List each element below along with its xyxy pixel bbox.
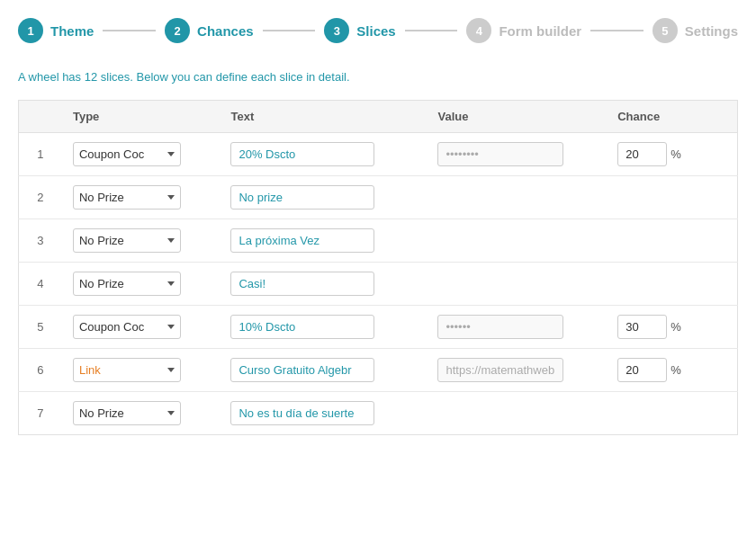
connector-2-3 xyxy=(263,30,316,31)
row-2-type-cell: No Prize xyxy=(62,176,220,219)
step-1[interactable]: 1 Theme xyxy=(18,18,94,43)
row-1-text-input[interactable] xyxy=(230,142,374,166)
row-1-chance-cell: % xyxy=(607,133,737,176)
row-5-value-cell xyxy=(427,306,607,349)
step-2[interactable]: 2 Chances xyxy=(165,18,254,43)
row-3-text-input[interactable] xyxy=(230,228,374,253)
slices-table: Type Text Value Chance 1Coupon Coc%2No P… xyxy=(18,100,738,435)
row-4-value-cell xyxy=(427,263,607,306)
row-6-value-cell xyxy=(427,349,607,392)
connector-4-5 xyxy=(590,30,644,31)
row-2-chance-cell xyxy=(607,176,737,219)
table-header-row: Type Text Value Chance xyxy=(19,101,738,133)
step-4[interactable]: 4 Form builder xyxy=(466,18,581,43)
row-6-text-cell xyxy=(220,349,427,392)
row-7-chance-cell xyxy=(607,392,737,435)
col-header-value: Value xyxy=(427,101,607,133)
row-7-type-select[interactable]: No Prize xyxy=(73,401,181,425)
row-4-text-cell xyxy=(220,263,427,306)
row-3-chance-cell xyxy=(607,219,737,263)
col-header-text: Text xyxy=(220,101,427,133)
row-5-type-select[interactable]: Coupon Coc xyxy=(73,315,181,339)
row-6-chance-cell: % xyxy=(607,349,737,392)
row-7-num: 7 xyxy=(19,392,62,435)
step-3[interactable]: 3 Slices xyxy=(324,18,395,43)
step-1-circle: 1 xyxy=(18,18,43,43)
row-6-percent-label: % xyxy=(670,363,681,377)
row-1-type-cell: Coupon Coc xyxy=(62,133,220,176)
row-5-chance-input[interactable] xyxy=(617,315,667,339)
row-3-num: 3 xyxy=(19,219,62,263)
row-4-text-input[interactable] xyxy=(230,272,374,296)
row-6-num: 6 xyxy=(19,349,62,392)
row-3-type-select[interactable]: No Prize xyxy=(73,228,181,253)
step-3-circle: 3 xyxy=(324,18,349,43)
step-1-label: Theme xyxy=(50,23,94,39)
row-2-text-input[interactable] xyxy=(230,185,374,210)
row-7-text-cell xyxy=(220,392,427,435)
row-5-value-input[interactable] xyxy=(437,315,563,339)
stepper: 1 Theme 2 Chances 3 Slices 4 Form builde… xyxy=(18,18,738,43)
col-header-chance: Chance xyxy=(607,101,737,133)
table-row: 5Coupon Coc% xyxy=(19,306,738,349)
table-row: 2No Prize xyxy=(19,176,738,219)
row-3-type-cell: No Prize xyxy=(62,219,220,263)
col-header-num xyxy=(19,101,62,133)
row-6-type-select[interactable]: Link xyxy=(73,358,181,382)
col-header-type: Type xyxy=(62,101,220,133)
row-4-type-select[interactable]: No Prize xyxy=(73,272,181,296)
row-5-text-cell xyxy=(220,306,427,349)
step-5[interactable]: 5 Settings xyxy=(652,18,738,43)
row-1-value-input[interactable] xyxy=(437,142,563,166)
step-3-label: Slices xyxy=(356,23,395,39)
row-5-type-cell: Coupon Coc xyxy=(62,306,220,349)
row-7-value-cell xyxy=(427,392,607,435)
row-6-chance-input[interactable] xyxy=(617,358,667,382)
row-5-num: 5 xyxy=(19,306,62,349)
table-row: 6Link% xyxy=(19,349,738,392)
step-5-label: Settings xyxy=(685,23,738,39)
row-5-chance-cell: % xyxy=(607,306,737,349)
row-6-value-input[interactable] xyxy=(437,358,563,382)
connector-1-2 xyxy=(103,30,156,31)
step-2-circle: 2 xyxy=(165,18,190,43)
row-1-num: 1 xyxy=(19,133,62,176)
row-4-type-cell: No Prize xyxy=(62,263,220,306)
row-7-type-cell: No Prize xyxy=(62,392,220,435)
row-3-text-cell xyxy=(220,219,427,263)
row-5-text-input[interactable] xyxy=(230,315,374,339)
row-5-percent-label: % xyxy=(670,320,681,334)
row-4-num: 4 xyxy=(19,263,62,306)
table-row: 7No Prize xyxy=(19,392,738,435)
info-text: A wheel has 12 slices. Below you can def… xyxy=(18,70,738,84)
table-row: 4No Prize xyxy=(19,263,738,306)
row-7-text-input[interactable] xyxy=(230,401,374,425)
row-1-chance-input[interactable] xyxy=(617,142,667,166)
row-1-percent-label: % xyxy=(670,147,681,161)
step-2-label: Chances xyxy=(197,23,254,39)
step-4-circle: 4 xyxy=(466,18,491,43)
row-4-chance-cell xyxy=(607,263,737,306)
step-5-circle: 5 xyxy=(652,18,678,43)
row-6-type-cell: Link xyxy=(62,349,220,392)
row-1-type-select[interactable]: Coupon Coc xyxy=(73,142,181,166)
row-2-value-cell xyxy=(427,176,607,219)
step-4-label: Form builder xyxy=(499,23,581,39)
row-3-value-cell xyxy=(427,219,607,263)
row-6-text-input[interactable] xyxy=(230,358,374,382)
row-1-value-cell xyxy=(427,133,607,176)
table-row: 3No Prize xyxy=(19,219,738,263)
row-2-type-select[interactable]: No Prize xyxy=(73,185,181,210)
connector-3-4 xyxy=(405,30,458,31)
row-2-text-cell xyxy=(220,176,427,219)
row-2-num: 2 xyxy=(19,176,62,219)
row-1-text-cell xyxy=(220,133,427,176)
table-row: 1Coupon Coc% xyxy=(19,133,738,176)
